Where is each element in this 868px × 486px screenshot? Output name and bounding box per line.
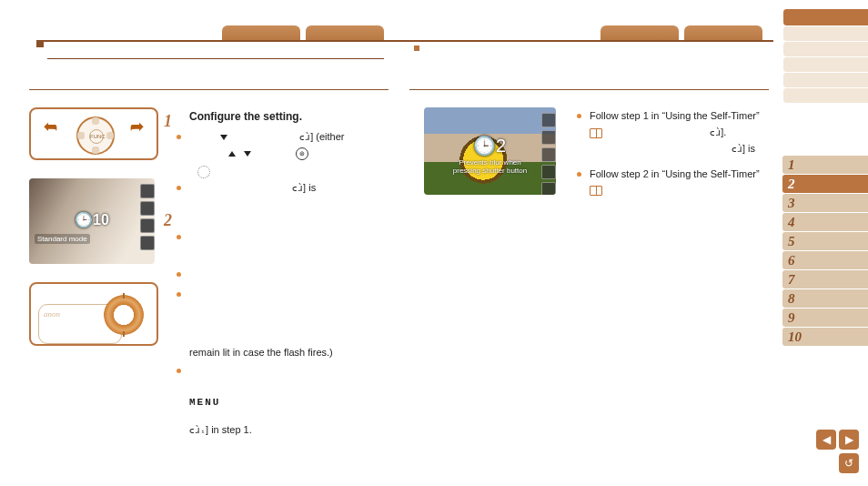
chapter-number: 2: [788, 177, 795, 192]
sidebar-block[interactable]: [782, 42, 868, 56]
chapter-link-1[interactable]: 1: [782, 156, 868, 174]
next-page-button[interactable]: ▶: [839, 430, 859, 450]
func-set-icon: ⊛: [296, 147, 308, 160]
right-bullet-2: Follow step 2 in “Using the Self-Timer”: [570, 167, 768, 182]
sidebar-block[interactable]: [782, 57, 868, 72]
step2-bullet-3: [169, 288, 393, 302]
chapter-link-6[interactable]: 6: [782, 251, 868, 269]
instructions-column-left: 1 Configure the setting. ᴄɹ̀] (either ⊛: [169, 109, 393, 438]
right-b1-refs: ᴄɹ̀].: [590, 126, 768, 140]
section-right-marker: [414, 46, 419, 51]
chapter-link-9[interactable]: 9: [782, 309, 868, 327]
step1-b1-tail: ] (either: [310, 131, 344, 142]
step1-title: Configure the setting.: [189, 109, 393, 125]
dial-arrow-right-icon: ➦: [130, 116, 144, 137]
chapter-link-5[interactable]: 5: [782, 232, 868, 250]
down-triangle-icon: [244, 151, 251, 157]
tab-2[interactable]: [306, 25, 384, 40]
sample-photo-flower: 🕒2 Prevents blur when pressing shutter b…: [424, 107, 556, 195]
chapter-number: 7: [788, 272, 795, 288]
prev-page-button[interactable]: ◀: [816, 430, 836, 450]
divider-right: [409, 89, 769, 90]
page-ref-icon: [590, 186, 602, 196]
photo2-side-icon: [541, 130, 556, 145]
step2-bullet-1: [169, 230, 393, 245]
chapter-number: 4: [788, 215, 795, 230]
step2-bullet-2: [169, 268, 393, 282]
sidebar-block[interactable]: [782, 88, 868, 103]
dial-center-label: FUNC: [89, 129, 104, 144]
tab-1[interactable]: [222, 25, 300, 40]
chapter-number: 5: [788, 234, 795, 249]
menu-button-label: MENU: [189, 395, 393, 410]
control-ring-icon: [197, 166, 210, 178]
step-number-1: 1: [164, 109, 172, 133]
chapter-link-3[interactable]: 3: [782, 194, 868, 212]
return-button[interactable]: ↺: [839, 453, 859, 473]
lamp-note: remain lit in case the flash fires.): [189, 346, 393, 360]
sidebar-block[interactable]: [782, 73, 868, 87]
sidebar-header[interactable]: [782, 9, 868, 25]
self-timer-2-icon: ᴄɹ̀: [710, 127, 721, 140]
chapter-number: 6: [788, 253, 795, 268]
down-triangle-icon: [220, 135, 227, 140]
camera-mode-dial-icon: [104, 295, 144, 335]
self-timer-2-icon: ᴄɹ̀: [732, 143, 742, 157]
chapter-link-4[interactable]: 4: [782, 213, 868, 231]
note-in-step1: ᴄɹ̀ᵢ] in step 1.: [189, 423, 393, 438]
chapter-link-7[interactable]: 7: [782, 270, 868, 289]
step-number-2: 2: [164, 208, 172, 232]
chapter-number: 8: [788, 291, 795, 307]
step1-bullet-3: ᴄɹ̀] is: [169, 181, 393, 196]
self-timer-icon: ᴄɹ̀: [299, 131, 310, 145]
self-timer-off-icon: ᴄɹ̀ᵢ: [189, 424, 206, 438]
photo2-side-icon: [541, 165, 556, 179]
dial-arrow-left-icon: ➦: [44, 116, 57, 137]
sidebar-block[interactable]: [782, 26, 868, 41]
photo1-icon-column: [140, 184, 153, 253]
right-bullet-1: Follow step 1 in “Using the Self-Timer”: [570, 109, 768, 124]
camera-body-diagram: anon: [29, 282, 158, 346]
right-b2-refs: [590, 184, 768, 198]
sidebar: 12345678910: [782, 9, 868, 347]
photo1-side-icon: [140, 218, 155, 233]
divider-left: [29, 89, 389, 90]
section-left-title: [47, 42, 384, 59]
up-triangle-icon: [228, 151, 236, 157]
photo-hint-overlay: Prevents blur when pressing shutter butt…: [424, 158, 556, 175]
step1-bullet-2: ⊛: [169, 147, 393, 161]
step1-b3-tail: ] is: [303, 182, 316, 193]
chapter-number: 9: [788, 310, 795, 326]
chapter-link-8[interactable]: 8: [782, 289, 868, 308]
photo2-icon-column: [541, 113, 554, 195]
chapter-number: 10: [788, 329, 802, 345]
camera-brand-text: anon: [44, 309, 60, 319]
photo2-side-icon: [541, 182, 556, 195]
photo1-side-icon: [140, 184, 155, 198]
photo1-side-icon: [140, 201, 155, 216]
page-ref-icon: [590, 128, 602, 138]
control-dial-diagram: ➦ ➦ FUNC: [29, 107, 158, 160]
chapter-number: 1: [788, 157, 795, 173]
instructions-column-right: Follow step 1 in “Using the Self-Timer” …: [570, 107, 768, 198]
photo2-side-icon: [541, 113, 556, 127]
page-nav: ◀▶ ↺: [813, 430, 859, 473]
tab-3[interactable]: [601, 25, 679, 40]
sample-photo-people: 🕒10 Standard mode: [29, 178, 155, 264]
chapter-number: 3: [788, 196, 795, 211]
top-rule-cap: [36, 40, 44, 47]
chapter-link-10[interactable]: 10: [782, 328, 868, 346]
self-timer-icon: ᴄɹ̀: [292, 182, 303, 196]
photo1-side-icon: [140, 236, 155, 250]
photo2-side-icon: [541, 147, 556, 162]
timer-2sec-overlay: 🕒2: [473, 135, 506, 157]
step1-bullet-1: ᴄɹ̀] (either: [169, 130, 393, 145]
timer-overlay: 🕒10: [75, 211, 109, 228]
dial-icon: FUNC: [76, 116, 115, 155]
tab-4[interactable]: [684, 25, 762, 40]
chapter-link-2[interactable]: 2: [782, 175, 868, 193]
right-b1-note: ᴄɹ̀] is: [590, 142, 768, 157]
manual-page: ➦ ➦ FUNC 🕒10 Standard mode anon: [0, 0, 868, 486]
step2-bullet-4: [169, 364, 393, 379]
step2-title: [189, 208, 393, 224]
